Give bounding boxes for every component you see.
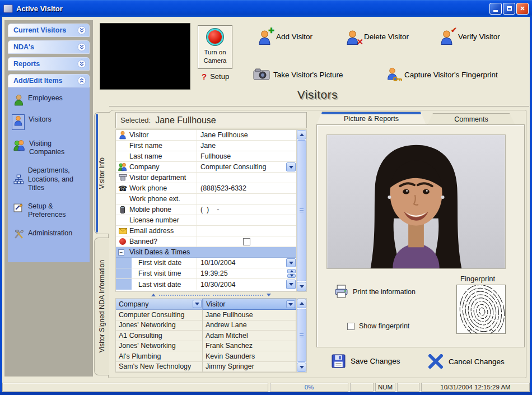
banned-checkbox[interactable]	[243, 238, 250, 245]
cancel-changes-button[interactable]: Cancel Changes	[428, 354, 505, 369]
sidebar-item-employees[interactable]: Employees	[13, 94, 87, 106]
property-row: Mobile phone ( ) -	[116, 205, 296, 215]
setup-icon	[13, 202, 24, 213]
setup-button[interactable]: ? Setup	[202, 72, 229, 81]
sidebar-item-visiting-companies[interactable]: Visiting Companies	[13, 140, 87, 157]
org-chart-icon	[13, 174, 24, 185]
scrollbar-thumb[interactable]	[297, 309, 306, 362]
property-row: Visitor Jane Fullhouse	[116, 130, 296, 141]
scroll-down-button[interactable]	[297, 282, 306, 291]
chevron-down-icon[interactable]	[77, 59, 86, 68]
verify-visitor-icon: ✔	[440, 28, 455, 45]
date-dropdown-button[interactable]	[286, 258, 296, 267]
table-row[interactable]: Jones' Networking Frank Sanchez	[116, 341, 296, 352]
column-header-company[interactable]: Company	[116, 299, 203, 310]
column-header-visitor[interactable]: Visitor	[203, 299, 296, 310]
sidebar-section-ndas[interactable]: NDA's	[8, 40, 90, 54]
filter-dropdown-icon[interactable]	[193, 300, 202, 308]
scrollbar-thumb[interactable]	[297, 140, 306, 281]
tools-icon	[13, 229, 24, 240]
chevron-down-icon[interactable]	[77, 26, 86, 35]
status-numlock: NUM	[375, 383, 395, 392]
department-icon	[116, 174, 129, 182]
chevron-down-icon[interactable]	[77, 43, 86, 52]
property-row-first-visit-date: First visit date 10/10/2004	[116, 258, 296, 268]
property-row: Email address	[116, 226, 296, 236]
time-spinner[interactable]	[287, 269, 296, 278]
show-fingerprint-checkbox[interactable]	[347, 323, 354, 330]
email-icon	[116, 228, 129, 234]
property-row-first-visit-time: First visit time 19:39:25	[116, 268, 296, 279]
close-button[interactable]: ✕	[516, 3, 529, 15]
page-title: Visitors	[108, 88, 528, 101]
chevron-up-icon[interactable]	[77, 76, 86, 85]
scroll-down-button[interactable]	[297, 363, 306, 372]
turn-on-camera-button[interactable]: Turn on Camera	[198, 25, 232, 69]
window-border-right	[530, 17, 532, 395]
scroll-up-button[interactable]	[297, 299, 306, 308]
sidebar-item-administration[interactable]: Administration	[13, 229, 87, 240]
sidebar-section-add-edit-items[interactable]: Add/Edit Items	[8, 74, 90, 87]
delete-visitor-button[interactable]: ✕ Delete Visitor	[346, 27, 409, 46]
take-picture-button[interactable]: Take Visitor's Picture	[253, 65, 343, 84]
sidebar-section-reports[interactable]: Reports	[8, 57, 90, 71]
sidebar-panel-add-edit-items: Employees Visitors Visiting Companies De…	[8, 87, 90, 262]
sidebar-item-visitors[interactable]: Visitors	[13, 115, 87, 130]
selected-item-frame	[12, 114, 25, 130]
filter-dropdown-icon[interactable]	[286, 300, 295, 308]
capture-fingerprint-button[interactable]: Capture Visitor's Fingerprint	[386, 65, 498, 84]
property-row: License number	[116, 215, 296, 226]
title-bar: Active Visitor ✕	[0, 0, 532, 17]
minimize-button[interactable]	[489, 3, 502, 15]
visitor-icon	[116, 131, 129, 140]
save-changes-button[interactable]: Save Changes	[332, 354, 400, 368]
property-row-banned: Banned?	[116, 236, 296, 247]
print-information-button[interactable]: Print the information	[334, 285, 416, 299]
camera-icon	[253, 68, 270, 81]
table-row[interactable]: Al's Plumbing Kevin Saunders	[116, 351, 296, 362]
selected-visitor-header: Selected: Jane Fullhouse	[115, 112, 307, 128]
tab-visitor-info[interactable]: Visitor Info	[94, 112, 109, 234]
check-badge-icon: ✔	[451, 26, 457, 34]
splitter-handle[interactable]	[115, 292, 307, 298]
show-fingerprint-toggle[interactable]: Show fingerprint	[347, 322, 409, 330]
date-dropdown-button[interactable]	[286, 280, 296, 289]
title-divider	[109, 106, 529, 106]
table-row[interactable]: Sam's New Technology Jimmy Springer	[116, 362, 296, 373]
property-row: ☎ Work phone (888)523-6332	[116, 183, 296, 194]
banned-icon	[116, 238, 129, 245]
verify-visitor-button[interactable]: ✔ Verify Visitor	[440, 27, 500, 46]
status-progress: 0%	[270, 383, 348, 392]
status-cell-empty	[350, 383, 374, 392]
cancel-x-icon	[428, 354, 444, 369]
table-row[interactable]: Computer Consulting Jane Fullhouse	[116, 310, 296, 320]
maximize-button[interactable]	[503, 3, 515, 15]
grid-scrollbar[interactable]	[296, 130, 306, 291]
property-row: Visitor department	[116, 173, 296, 183]
fingerprint-label: Fingerprint	[460, 275, 495, 283]
sidebar-section-current-visitors[interactable]: Current Visitors	[8, 24, 90, 37]
status-bar: 0% NUM 10/31/2004 12:15:29 AM	[2, 382, 530, 392]
tab-visitor-signed-nda[interactable]: Visitor Signed NDA Information	[94, 238, 109, 375]
record-dot-icon	[208, 30, 222, 44]
selected-visitor-name: Jane Fullhouse	[155, 115, 216, 126]
company-icon	[116, 162, 129, 171]
table-scrollbar[interactable]	[296, 299, 306, 372]
table-row[interactable]: Jones' Networking Andrew Lane	[116, 320, 296, 331]
scroll-up-button[interactable]	[297, 130, 306, 140]
company-dropdown-button[interactable]	[286, 162, 296, 171]
sidebar-item-departments[interactable]: Departments, Locations, and Titles	[13, 166, 87, 193]
section-header-visit-dates[interactable]: − Visit Dates & Times	[116, 247, 296, 258]
collapse-icon[interactable]: −	[118, 249, 124, 255]
window-title: Active Visitor	[16, 4, 63, 13]
sidebar: Current Visitors NDA's Reports Add/Edit …	[4, 20, 93, 377]
sidebar-item-setup-preferences[interactable]: Setup & Preferences	[13, 202, 87, 220]
tab-comments[interactable]: Comments	[427, 113, 515, 125]
property-row: Last name Fullhouse	[116, 151, 296, 162]
table-row[interactable]: A1 Consulting Adam Mitchel	[116, 331, 296, 341]
employee-icon	[13, 94, 24, 106]
visitor-icon	[13, 115, 23, 126]
tab-picture-reports[interactable]: Picture & Reports	[316, 111, 426, 125]
property-row-last-visit-date: Last visit date 10/30/2004	[116, 279, 296, 290]
add-visitor-button[interactable]: ✚ Add Visitor	[258, 27, 312, 46]
